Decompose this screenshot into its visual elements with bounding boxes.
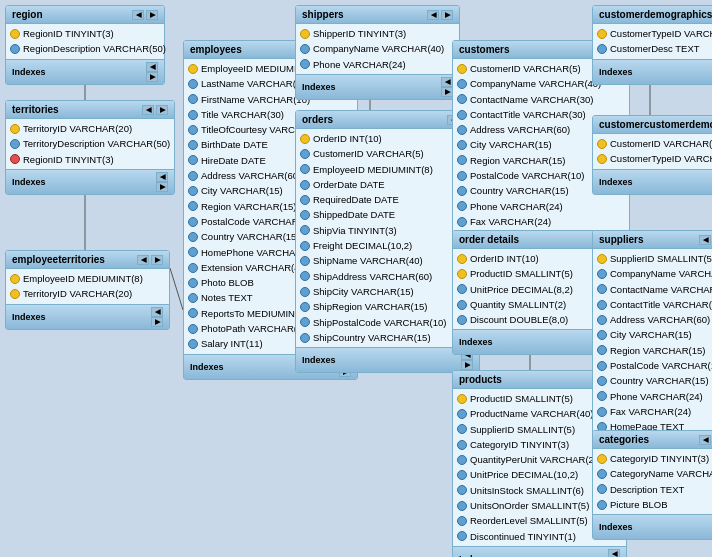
field-text: Discount DOUBLE(8,0) (470, 313, 568, 326)
blue-key-icon (300, 149, 310, 159)
blue-key-icon (188, 263, 198, 273)
table-next-btn-region[interactable]: ▶ (146, 10, 158, 20)
table-prev-btn-region[interactable]: ◀ (132, 10, 144, 20)
field-text: Address VARCHAR(60) (201, 169, 301, 182)
table-next-btn-employeeterritories[interactable]: ▶ (151, 255, 163, 265)
table-prev-btn-suppliers[interactable]: ◀ (699, 235, 711, 245)
blue-key-icon (597, 300, 607, 310)
blue-key-icon (597, 391, 607, 401)
indexes-label: Indexes (302, 355, 336, 365)
table-prev-btn-categories[interactable]: ◀ (699, 435, 711, 445)
footer-prev-btn[interactable]: ◀ (156, 172, 168, 182)
table-title-order_details: order details (459, 234, 519, 245)
blue-key-icon (188, 201, 198, 211)
field-text: ContactName VARCHAR(30) (470, 93, 593, 106)
blue-key-icon (300, 302, 310, 312)
blue-key-icon (300, 256, 310, 266)
field-row: ShipperID TINYINT(3) (296, 26, 459, 41)
field-row: City VARCHAR(15) (593, 327, 712, 342)
table-body-customercustomerdemo: CustomerID VARCHAR(5)CustomerTypeID VARC… (593, 134, 712, 169)
table-employeeterritories: employeeterritories◀▶EmployeeID MEDIUMIN… (5, 250, 170, 330)
table-footer-employeeterritories: Indexes◀▶ (6, 304, 169, 329)
blue-key-icon (188, 247, 198, 257)
yellow-key-icon (597, 154, 607, 164)
field-text: Quantity SMALLINT(2) (470, 298, 566, 311)
table-title-shippers: shippers (302, 9, 344, 20)
table-header-region: region◀▶ (6, 6, 164, 24)
table-next-btn-shippers[interactable]: ▶ (441, 10, 453, 20)
blue-key-icon (188, 308, 198, 318)
indexes-label: Indexes (12, 177, 46, 187)
field-text: RequiredDate DATE (313, 193, 399, 206)
indexes-label: Indexes (459, 337, 493, 347)
footer-next-btn[interactable]: ▶ (146, 72, 158, 82)
blue-key-icon (457, 186, 467, 196)
table-footer-products: Indexes◀▶ (453, 546, 626, 557)
field-text: FirstName VARCHAR(10) (201, 93, 310, 106)
blue-key-icon (597, 361, 607, 371)
table-prev-btn-territories[interactable]: ◀ (142, 105, 154, 115)
indexes-label: Indexes (599, 522, 633, 532)
field-text: QuantityPerUnit VARCHAR(20) (470, 453, 602, 466)
footer-prev-btn[interactable]: ◀ (151, 307, 163, 317)
field-text: Address VARCHAR(60) (470, 123, 570, 136)
field-text: TerritoryID VARCHAR(20) (23, 287, 132, 300)
field-text: UnitsInStock SMALLINT(6) (470, 484, 584, 497)
yellow-key-icon (457, 394, 467, 404)
footer-prev-btn[interactable]: ◀ (146, 62, 158, 72)
blue-key-icon (457, 531, 467, 541)
indexes-label: Indexes (302, 82, 336, 92)
footer-prev-btn[interactable]: ◀ (608, 549, 620, 557)
field-row: Phone VARCHAR(24) (593, 389, 712, 404)
table-footer-shippers: Indexes◀▶ (296, 74, 459, 99)
blue-key-icon (457, 424, 467, 434)
footer-next-btn[interactable]: ▶ (156, 182, 168, 192)
field-text: ShipRegion VARCHAR(15) (313, 300, 427, 313)
table-next-btn-territories[interactable]: ▶ (156, 105, 168, 115)
field-text: EmployeeID MEDIUMINT(8) (313, 163, 433, 176)
blue-key-icon (597, 330, 607, 340)
footer-next-btn[interactable]: ▶ (461, 360, 473, 370)
table-prev-btn-employeeterritories[interactable]: ◀ (137, 255, 149, 265)
field-text: UnitPrice DECIMAL(8,2) (470, 283, 573, 296)
table-header-customerdemographics: customerdemographics◀▶ (593, 6, 712, 24)
yellow-key-icon (597, 254, 607, 264)
field-text: CustomerTypeID VARCHAR(10) (610, 152, 712, 165)
table-categories: categories◀▶CategoryID TINYINT(3)Categor… (592, 430, 712, 540)
blue-key-icon (457, 409, 467, 419)
table-title-customerdemographics: customerdemographics (599, 9, 712, 20)
yellow-key-icon (457, 269, 467, 279)
field-text: OrderID INT(10) (313, 132, 382, 145)
field-text: BirthDate DATE (201, 138, 268, 151)
field-text: CustomerDesc TEXT (610, 42, 700, 55)
blue-key-icon (188, 155, 198, 165)
blue-key-icon (597, 269, 607, 279)
field-text: City VARCHAR(15) (610, 328, 692, 341)
field-row: SupplierID SMALLINT(5) (593, 251, 712, 266)
blue-key-icon (457, 140, 467, 150)
blue-key-icon (597, 376, 607, 386)
field-text: Description TEXT (610, 483, 684, 496)
field-text: ShipName VARCHAR(40) (313, 254, 423, 267)
table-prev-btn-shippers[interactable]: ◀ (427, 10, 439, 20)
field-text: CustomerID VARCHAR(5) (313, 147, 424, 160)
indexes-label: Indexes (599, 67, 633, 77)
field-text: Fax VARCHAR(24) (470, 215, 551, 228)
field-text: Region VARCHAR(15) (470, 154, 565, 167)
blue-key-icon (457, 501, 467, 511)
blue-key-icon (188, 232, 198, 242)
field-row: EmployeeID MEDIUMINT(8) (6, 271, 169, 286)
table-title-suppliers: suppliers (599, 234, 643, 245)
field-row: CustomerID VARCHAR(5) (593, 136, 712, 151)
footer-next-btn[interactable]: ▶ (151, 317, 163, 327)
blue-key-icon (300, 59, 310, 69)
blue-key-icon (457, 110, 467, 120)
blue-key-icon (188, 186, 198, 196)
field-row: RegionID TINYINT(3) (6, 152, 174, 167)
indexes-label: Indexes (599, 177, 633, 187)
blue-key-icon (300, 180, 310, 190)
blue-key-icon (597, 500, 607, 510)
table-region: region◀▶RegionID TINYINT(3)RegionDescrip… (5, 5, 165, 85)
field-text: RegionID TINYINT(3) (23, 153, 114, 166)
table-territories: territories◀▶TerritoryID VARCHAR(20)Terr… (5, 100, 175, 195)
